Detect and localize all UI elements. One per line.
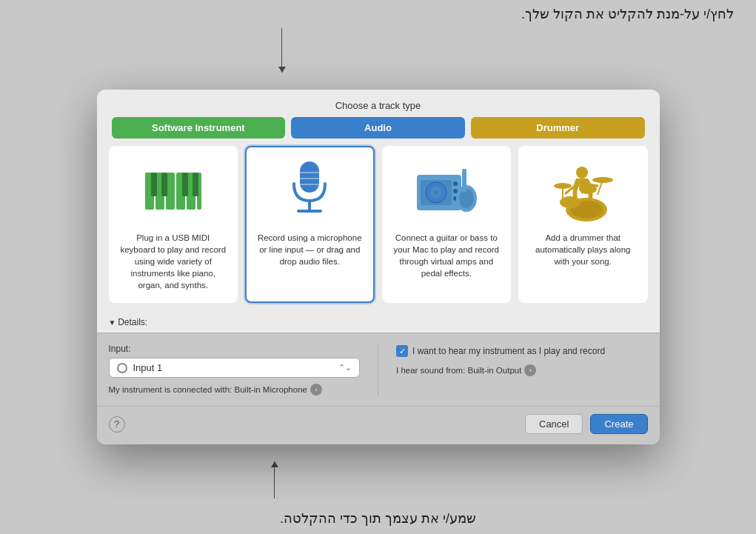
input-select-text: Input 1 [133,362,333,373]
input-stepper-icon[interactable]: ⌃⌄ [338,363,352,373]
choose-track-dialog: Choose a track type Software Instrument … [97,90,660,444]
input-circle-icon [117,363,127,373]
annotation-bottom-text: שמע/י את עצמך תוך כדי ההקלטה. [280,510,476,527]
vertical-divider [378,344,378,396]
svg-point-25 [459,189,474,208]
drummer-desc: Add a drummer that automatically plays a… [529,232,638,267]
svg-rect-8 [182,173,188,196]
svg-rect-26 [462,169,466,193]
dialog-footer: ? Cancel Create [97,406,660,444]
microphone-icon [276,158,343,224]
drummer-icon [549,158,616,224]
guitar-card[interactable]: Connect a guitar or bass to your Mac to … [382,146,512,303]
microphone-desc: Record using a microphone or line input … [255,232,364,267]
checkbox-row: ✓ I want to hear my instrument as I play… [396,345,648,357]
input-right: ✓ I want to hear my instrument as I play… [396,344,648,376]
input-left: Input: Input 1 ⌃⌄ My instrument is conne… [109,344,361,396]
svg-point-22 [453,189,458,193]
dialog-header: Choose a track type [97,90,660,117]
svg-rect-10 [300,161,319,193]
footer-actions: Cancel Create [525,414,648,434]
svg-point-21 [453,181,458,186]
hear-sound-text: I hear sound from: Built-in Output › [396,364,648,376]
bottom-section: Input: Input 1 ⌃⌄ My instrument is conne… [97,333,660,406]
svg-point-35 [576,167,588,178]
hear-sound-arrow-icon[interactable]: › [524,364,536,376]
svg-rect-9 [193,173,198,196]
annotation-line-bottom [274,461,275,498]
annotation-top-text: לחץ/י על-מנת להקליט את הקול שלך. [521,6,734,22]
connected-arrow-icon[interactable]: › [310,384,322,396]
monitoring-checkbox[interactable]: ✓ [396,345,408,357]
microphone-card[interactable]: Record using a microphone or line input … [245,146,375,303]
svg-rect-6 [151,173,157,196]
guitar-desc: Connect a guitar or bass to your Mac to … [392,232,501,279]
input-row: Input: Input 1 ⌃⌄ My instrument is conne… [109,344,648,396]
svg-point-20 [434,190,438,195]
help-button[interactable]: ? [109,416,125,433]
software-instrument-button[interactable]: Software Instrument [112,117,286,138]
monitoring-label: I want to hear my instrument as I play a… [412,346,605,356]
input-select-wrapper[interactable]: Input 1 ⌃⌄ [109,358,361,378]
audio-button[interactable]: Audio [291,117,465,138]
usb-midi-desc: Plug in a USB MIDI keyboard to play and … [119,232,228,291]
guitar-icon [413,158,480,224]
dialog-title: Choose a track type [335,100,421,111]
create-button[interactable]: Create [590,414,647,434]
piano-icon [140,158,207,224]
usb-midi-card[interactable]: Plug in a USB MIDI keyboard to play and … [109,146,238,303]
drummer-card[interactable]: Add a drummer that automatically plays a… [518,146,648,303]
track-cards: Plug in a USB MIDI keyboard to play and … [97,146,660,310]
connected-text: My instrument is connected with: Built-i… [109,384,361,396]
details-toggle[interactable]: Details: [109,317,148,327]
details-section: Details: [97,310,660,333]
annotation-line-top [281,28,282,73]
cancel-button[interactable]: Cancel [525,414,583,434]
drummer-button[interactable]: Drummer [471,117,645,138]
input-label: Input: [109,344,361,354]
svg-rect-7 [161,173,167,196]
track-type-buttons: Software Instrument Audio Drummer [97,117,660,146]
